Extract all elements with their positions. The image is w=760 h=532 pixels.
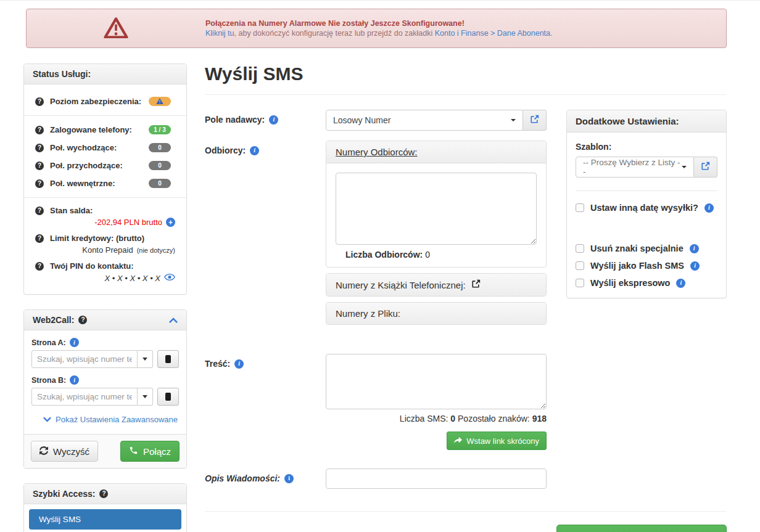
template-select[interactable]: -- Proszę Wybierz z Listy --	[576, 157, 694, 178]
remove-special-chars-row: Usuń znaki specjalnie i	[576, 243, 717, 253]
question-circle-icon[interactable]: ?	[35, 207, 44, 215]
credit-limit-note: (nie dotyczy)	[137, 247, 175, 254]
info-circle-icon[interactable]: i	[284, 474, 294, 483]
warning-triangle-icon	[104, 17, 128, 40]
flash-sms-checkbox[interactable]	[576, 261, 584, 270]
security-level-badge	[149, 97, 171, 106]
service-status-header: Status Usługi:	[24, 64, 186, 84]
logged-phones-row: ? Zalogowane telefony: 1 / 3	[24, 121, 186, 139]
plus-circle-icon[interactable]: +	[166, 218, 175, 227]
info-circle-icon[interactable]: i	[234, 359, 244, 369]
outgoing-calls-row: ? Poł. wychodzące: 0	[24, 139, 186, 157]
remove-special-chars-checkbox[interactable]	[576, 244, 584, 253]
call-button[interactable]: Połącz	[120, 441, 180, 462]
quick-access-panel: Szybki Access: ? Wyślij SMS Telefony Zew…	[23, 483, 187, 532]
eye-icon[interactable]	[164, 273, 175, 283]
question-circle-icon[interactable]: ?	[35, 262, 44, 271]
info-circle-icon[interactable]: i	[269, 115, 278, 125]
side-a-input[interactable]	[31, 350, 138, 368]
info-circle-icon[interactable]: i	[690, 261, 700, 271]
quick-access-header: Szybki Access: ?	[24, 484, 186, 504]
contacts-icon	[165, 393, 171, 401]
question-circle-icon[interactable]: ?	[35, 97, 44, 106]
set-other-date-row: Ustaw inną datę wysyłki? i	[576, 203, 717, 213]
express-send-checkbox[interactable]	[576, 279, 584, 287]
show-advanced-settings-link[interactable]: Pokaż Ustawienia Zaawansowane	[31, 413, 179, 428]
question-circle-icon[interactable]: ?	[35, 162, 44, 170]
question-circle-icon[interactable]: ?	[99, 489, 108, 498]
question-circle-icon[interactable]: ?	[35, 179, 44, 188]
question-circle-icon[interactable]: ?	[35, 144, 44, 152]
caret-down-icon	[511, 119, 516, 121]
external-link-icon	[701, 162, 710, 173]
emergency-numbers-alert: Połączenia na Numery Alarmowe Nie został…	[26, 9, 727, 48]
page-title: Wyślij SMS	[205, 63, 727, 84]
side-a-label: Strona A: i	[31, 338, 179, 347]
credit-limit-block: ? Limit kredytowy: (brutto) Konto Prepai…	[24, 231, 186, 258]
info-circle-icon[interactable]: i	[70, 338, 79, 347]
recipients-textarea[interactable]	[336, 173, 537, 245]
pin-masked-value: X • X • X • X • X	[105, 274, 160, 283]
description-field-label: Opis Wiadomości: i	[205, 469, 326, 483]
template-label: Szablon:	[576, 142, 717, 152]
alert-subscriber-data-link[interactable]: Dane Abonenta	[497, 29, 550, 38]
info-circle-icon[interactable]: i	[676, 279, 685, 288]
security-level-row: ? Poziom zabezpieczenia:	[24, 92, 186, 110]
security-warning-icon	[156, 98, 163, 105]
insert-short-link-button[interactable]: Wstaw link skrócony	[447, 432, 547, 450]
sender-manage-button[interactable]	[523, 110, 547, 131]
set-other-date-checkbox[interactable]	[576, 203, 584, 212]
info-circle-icon[interactable]: i	[690, 244, 699, 253]
info-circle-icon[interactable]: i	[70, 375, 79, 385]
outgoing-calls-badge: 0	[149, 143, 171, 152]
collapse-chevron-up-icon[interactable]	[169, 315, 178, 325]
sms-counters: Liczba SMS: 0 Pozostało znaków: 918	[326, 414, 547, 424]
message-content-textarea[interactable]	[326, 354, 547, 409]
external-link-icon	[471, 279, 481, 290]
sender-field-label: Pole nadawcy: i	[205, 110, 326, 125]
phonebook-numbers-panel: Numery z Książki Telefonicznej:	[326, 273, 547, 297]
sidebar: Status Usługi: ? Poziom zabezpieczenia:	[23, 63, 187, 532]
incoming-calls-badge: 0	[149, 161, 171, 170]
forward-arrow-icon	[454, 436, 462, 446]
alert-account-finance-link[interactable]: Konto i Finanse	[435, 29, 489, 38]
chevron-down-icon	[43, 415, 51, 424]
sender-select[interactable]: Losowy Numer	[326, 110, 523, 131]
question-circle-icon[interactable]: ?	[78, 316, 87, 324]
info-circle-icon[interactable]: i	[250, 146, 259, 155]
template-manage-button[interactable]	[694, 157, 717, 178]
side-a-dropdown-button[interactable]	[138, 350, 153, 368]
clear-button[interactable]: Wyczyść	[31, 441, 98, 462]
question-circle-icon[interactable]: ?	[35, 126, 44, 134]
web2call-header: Web2Call: ?	[24, 310, 186, 330]
internal-calls-badge: 0	[149, 179, 171, 188]
question-circle-icon[interactable]: ?	[35, 234, 44, 243]
alert-message: Kliknij tu, aby dokończyć konfigurację t…	[205, 28, 553, 38]
side-a-contacts-button[interactable]	[157, 350, 179, 368]
recipients-field-label: Odbiorcy: i	[205, 141, 326, 155]
external-link-icon	[530, 115, 539, 126]
alert-click-here-link[interactable]: Kliknij tu	[205, 29, 234, 38]
side-b-label: Strona B: i	[31, 375, 179, 385]
recipients-numbers-header[interactable]: Numery Odbiorców:	[326, 141, 546, 163]
send-sms-button[interactable]: Wyślij wiadomość SMS	[556, 525, 727, 532]
alert-title: Połączenia na Numery Alarmowe Nie został…	[205, 18, 553, 28]
contacts-icon	[165, 355, 171, 363]
express-send-row: Wyślij ekspresowo i	[576, 278, 717, 288]
side-b-contacts-button[interactable]	[157, 388, 179, 406]
refresh-icon	[39, 446, 48, 457]
side-b-dropdown-button[interactable]	[138, 388, 153, 406]
balance-block: ? Stan salda: -202,94 PLN brutto +	[24, 203, 186, 231]
file-numbers-header[interactable]: Numery z Pliku:	[326, 303, 546, 324]
info-circle-icon[interactable]: i	[704, 203, 714, 213]
additional-settings-panel: Dodatkowe Ustawienia: Szablon: -- Proszę…	[566, 110, 727, 298]
recipients-count: Liczba Odbiorców: 0	[336, 250, 537, 260]
internal-calls-row: ? Poł. wewnętrzne: 0	[24, 174, 186, 192]
phonebook-numbers-header[interactable]: Numery z Książki Telefonicznej:	[326, 274, 546, 296]
web2call-panel: Web2Call: ? Strona A: i Strona B:	[23, 309, 187, 469]
side-b-input[interactable]	[31, 388, 138, 406]
sidebar-item-send-sms[interactable]: Wyślij SMS	[29, 509, 181, 530]
additional-settings-header: Dodatkowe Ustawienia:	[567, 110, 726, 133]
caret-down-icon	[142, 395, 147, 398]
message-description-input[interactable]	[326, 469, 547, 489]
